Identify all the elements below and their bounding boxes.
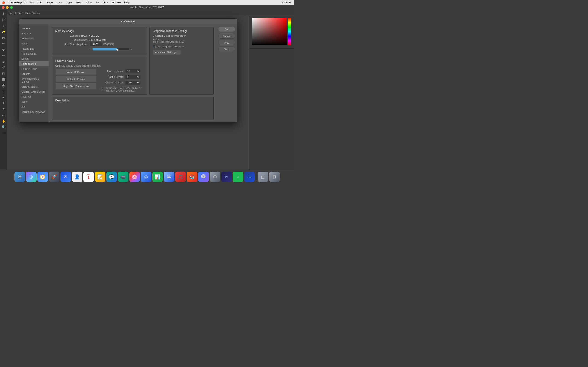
- memory-slider-track[interactable]: [92, 48, 129, 51]
- maximize-button[interactable]: [10, 6, 13, 9]
- menu-layer[interactable]: Layer: [57, 1, 63, 4]
- dock-itunes[interactable]: 🎵: [175, 172, 186, 182]
- eyedropper-tool[interactable]: ✒: [1, 41, 6, 46]
- dock-notes[interactable]: 📝: [95, 172, 105, 182]
- sidebar-item-tools[interactable]: Tools: [19, 41, 49, 46]
- sidebar-item-scratch-disks[interactable]: Scratch Disks: [19, 66, 49, 71]
- cancel-button[interactable]: Cancel: [218, 33, 235, 39]
- marquee-tool[interactable]: ⬚: [1, 17, 6, 23]
- dodge-tool[interactable]: ○: [1, 89, 6, 94]
- dock-facetime[interactable]: 📹: [118, 172, 128, 182]
- dock-safari[interactable]: 🧭: [37, 172, 48, 182]
- dock-ibooks[interactable]: 📚: [187, 172, 197, 182]
- history-tool[interactable]: ↺: [1, 65, 6, 70]
- menu-3d[interactable]: 3D: [95, 1, 99, 4]
- huge-pixel-button[interactable]: Huge Pixel Dimensions: [55, 83, 97, 89]
- sidebar-item-export[interactable]: Export: [19, 56, 49, 61]
- slider-plus[interactable]: +: [130, 48, 132, 51]
- wand-tool[interactable]: ✨: [1, 29, 6, 34]
- apple-menu[interactable]: 🍎: [2, 1, 5, 4]
- crop-tool[interactable]: ⊠: [1, 35, 6, 40]
- hue-slider[interactable]: [288, 18, 291, 45]
- history-states-select[interactable]: 50 20 100: [125, 69, 140, 73]
- dialog-title: Preferences: [19, 19, 237, 24]
- dock-photoshop[interactable]: Ps: [244, 172, 255, 182]
- sidebar-item-cursors[interactable]: Cursors: [19, 71, 49, 76]
- eraser-tool[interactable]: ◻: [1, 71, 6, 76]
- dock-app1[interactable]: ◎: [141, 172, 151, 182]
- brush-tool[interactable]: ✏: [1, 53, 6, 58]
- dock-keynote[interactable]: 📽: [164, 172, 174, 182]
- shape-tool[interactable]: ▭: [1, 112, 6, 118]
- menu-select[interactable]: Select: [76, 1, 83, 4]
- next-button[interactable]: Next: [218, 46, 235, 52]
- sidebar-item-units-rulers[interactable]: Units & Rulers: [19, 84, 49, 89]
- dock-trash[interactable]: 🗑: [269, 172, 280, 182]
- memory-section: Memory Usage Available RAM: 6681 MB Idea…: [52, 27, 147, 94]
- dock-messages[interactable]: 💬: [106, 172, 117, 182]
- zoom-tool[interactable]: 🔍: [1, 124, 6, 130]
- slider-minus[interactable]: −: [89, 48, 91, 51]
- color-gradient[interactable]: [252, 18, 287, 45]
- dock-launchpad[interactable]: 🚀: [49, 172, 60, 182]
- sample-size-value: Point Sample: [26, 12, 40, 15]
- advanced-settings-button[interactable]: Advanced Settings...: [153, 50, 181, 55]
- pen-tool[interactable]: ✒: [1, 94, 6, 100]
- dock-calendar[interactable]: FRI 1: [83, 172, 94, 182]
- cache-levels-select[interactable]: 6 2 4 8: [125, 75, 140, 79]
- menu-edit[interactable]: Edit: [38, 1, 42, 4]
- more-tools[interactable]: ⋯: [1, 130, 6, 136]
- dock-preview[interactable]: ◻: [258, 172, 268, 182]
- stamp-tool[interactable]: ⎄: [1, 59, 6, 64]
- menu-type[interactable]: Type: [66, 1, 72, 4]
- sidebar-item-tech-previews[interactable]: Technology Previews: [19, 109, 49, 115]
- prev-button[interactable]: Prev: [218, 40, 235, 45]
- sidebar-item-file-handling[interactable]: File Handling: [19, 51, 49, 56]
- dock-directmail[interactable]: ✉: [61, 172, 71, 182]
- photoshop-use-input[interactable]: [89, 42, 102, 46]
- sidebar-item-history-log[interactable]: History Log: [19, 46, 49, 51]
- dock-appstore[interactable]: 🅐: [198, 172, 209, 182]
- sidebar-item-transparency[interactable]: Transparency & Gamut: [19, 76, 49, 84]
- sidebar-item-3d[interactable]: 3D: [19, 104, 49, 109]
- lasso-tool[interactable]: ⌖: [1, 23, 6, 28]
- hand-tool[interactable]: ✋: [1, 118, 6, 124]
- sidebar-item-plug-ins[interactable]: Plug-Ins: [19, 94, 49, 99]
- type-tool[interactable]: T: [1, 100, 6, 106]
- sidebar-item-type[interactable]: Type: [19, 99, 49, 104]
- top-panels: Memory Usage Available RAM: 6681 MB Idea…: [52, 27, 214, 94]
- path-select-tool[interactable]: ↗: [1, 106, 6, 112]
- app-name[interactable]: Photoshop CC: [9, 1, 26, 4]
- dock-siri[interactable]: ◎: [26, 172, 36, 182]
- menu-filter[interactable]: Filter: [86, 1, 92, 4]
- menu-window[interactable]: Window: [112, 1, 121, 4]
- web-ui-design-button[interactable]: Web / UI Design: [55, 69, 97, 75]
- sidebar-item-guides-grid[interactable]: Guides, Grid & Slices: [19, 89, 49, 94]
- dock-system-prefs[interactable]: ⚙: [210, 172, 220, 182]
- default-photos-button[interactable]: Default / Photos: [55, 76, 97, 82]
- dock-numbers[interactable]: 📊: [152, 172, 163, 182]
- dock-contacts[interactable]: 👤: [72, 172, 82, 182]
- ok-button[interactable]: OK: [218, 26, 235, 32]
- let-photoshop-row: Let Photoshop Use: MB (70%): [55, 42, 144, 46]
- sidebar-item-workspace[interactable]: Workspace: [19, 36, 49, 41]
- move-tool[interactable]: ✛: [1, 11, 6, 17]
- menu-image[interactable]: Image: [46, 1, 53, 4]
- dock-premiere[interactable]: Pr: [221, 172, 232, 182]
- menu-view[interactable]: View: [103, 1, 108, 4]
- dock-spotify[interactable]: ♪: [233, 172, 243, 182]
- cache-tile-select[interactable]: 128K 64K 256K 1024K: [125, 80, 140, 85]
- gradient-tool[interactable]: ▦: [1, 77, 6, 82]
- close-button[interactable]: [2, 6, 5, 9]
- sidebar-item-general[interactable]: General: [19, 26, 49, 31]
- sidebar-item-performance[interactable]: Performance: [19, 61, 49, 66]
- blur-tool[interactable]: ◉: [1, 83, 6, 88]
- healing-tool[interactable]: ⊕: [1, 47, 6, 52]
- dock-finder[interactable]: 🖥: [15, 172, 25, 182]
- sidebar-item-interface[interactable]: Interface: [19, 31, 49, 36]
- menu-file[interactable]: File: [30, 1, 34, 4]
- menu-help[interactable]: Help: [124, 1, 130, 4]
- use-gpu-checkbox[interactable]: [153, 45, 156, 48]
- minimize-button[interactable]: [6, 6, 9, 9]
- dock-photos[interactable]: 🌸: [129, 172, 140, 182]
